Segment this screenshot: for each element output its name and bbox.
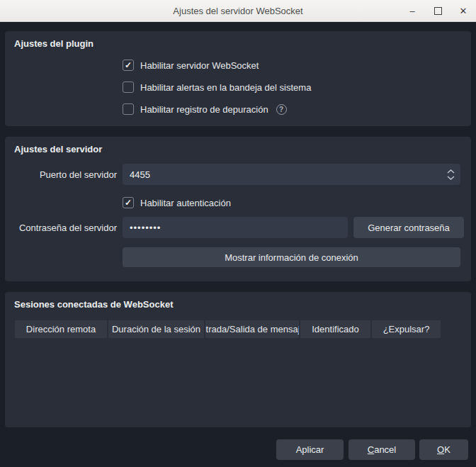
checkbox-label: Habilitar autenticación bbox=[140, 198, 231, 208]
checkbox-label: Habilitar registro de depuración bbox=[140, 104, 268, 115]
enable-websocket-checkbox-row[interactable]: ✓ Habilitar servidor WebSocket bbox=[123, 59, 259, 72]
minimize-button[interactable]: – bbox=[400, 0, 425, 22]
checkbox-icon[interactable]: ✓ bbox=[123, 197, 134, 208]
column-header-remote-address[interactable]: Dirección remota bbox=[15, 320, 107, 338]
server-settings-title: Ajustes del servidor bbox=[14, 144, 102, 154]
checkbox-icon[interactable]: ✓ bbox=[123, 81, 134, 93]
checkbox-label: Habilitar servidor WebSocket bbox=[140, 60, 259, 71]
generate-password-button[interactable]: Generar contraseña bbox=[353, 217, 464, 238]
enable-auth-checkbox-row[interactable]: ✓ Habilitar autenticación bbox=[123, 196, 231, 209]
window-controls: – ✕ bbox=[400, 0, 476, 22]
server-settings-panel: Ajustes del servidor Puerto del servidor… bbox=[5, 137, 471, 281]
close-button[interactable]: ✕ bbox=[450, 0, 476, 22]
minimize-icon: – bbox=[409, 6, 414, 16]
column-header-messages-in-out[interactable]: Entrada/Salida de mensajes bbox=[205, 320, 299, 338]
server-password-input[interactable] bbox=[123, 217, 348, 238]
spinner-arrows[interactable] bbox=[447, 164, 455, 185]
sessions-table-body[interactable] bbox=[15, 339, 461, 420]
column-header-kick[interactable]: ¿Expulsar? bbox=[372, 320, 441, 338]
enable-tray-alerts-checkbox-row[interactable]: ✓ Habilitar alertas en la bandeja del si… bbox=[123, 81, 311, 94]
connected-sessions-title: Sesiones conectadas de WebSocket bbox=[14, 299, 173, 310]
enable-debug-log-checkbox-row[interactable]: ✓ Habilitar registro de depuración ? bbox=[123, 103, 287, 116]
plugin-settings-title: Ajustes del plugin bbox=[14, 38, 94, 49]
column-header-session-duration[interactable]: Duración de la sesión bbox=[108, 320, 204, 338]
websocket-settings-dialog: Ajustes del servidor WebSocket – ✕ Ajust… bbox=[0, 0, 476, 467]
cancel-button[interactable]: Cancel bbox=[348, 439, 415, 460]
titlebar[interactable]: Ajustes del servidor WebSocket – ✕ bbox=[0, 0, 476, 22]
server-password-label: Contraseña del servidor bbox=[5, 223, 117, 233]
chevron-up-icon[interactable] bbox=[447, 169, 455, 174]
checkbox-icon[interactable]: ✓ bbox=[123, 103, 134, 115]
server-port-label: Puerto del servidor bbox=[5, 169, 117, 180]
window-title: Ajustes del servidor WebSocket bbox=[173, 6, 302, 16]
checkbox-icon[interactable]: ✓ bbox=[123, 60, 134, 71]
chevron-down-icon[interactable] bbox=[447, 176, 455, 180]
show-connect-info-button[interactable]: Mostrar información de conexión bbox=[123, 247, 460, 267]
plugin-settings-panel: Ajustes del plugin ✓ Habilitar servidor … bbox=[5, 31, 471, 126]
ok-button[interactable]: OK bbox=[419, 439, 468, 460]
maximize-icon bbox=[434, 7, 442, 15]
help-icon[interactable]: ? bbox=[276, 104, 287, 115]
column-header-identified[interactable]: Identificado bbox=[300, 320, 370, 338]
server-port-input[interactable] bbox=[123, 164, 460, 185]
connected-sessions-panel: Sesiones conectadas de WebSocket Direcci… bbox=[5, 292, 471, 427]
checkbox-label: Habilitar alertas en la bandeja del sist… bbox=[140, 82, 311, 93]
close-icon: ✕ bbox=[460, 6, 468, 16]
apply-button[interactable]: Aplicar bbox=[276, 439, 344, 460]
sessions-table-header: Dirección remota Duración de la sesión E… bbox=[15, 320, 441, 338]
maximize-button[interactable] bbox=[425, 0, 450, 22]
server-port-spinbox bbox=[123, 164, 460, 185]
